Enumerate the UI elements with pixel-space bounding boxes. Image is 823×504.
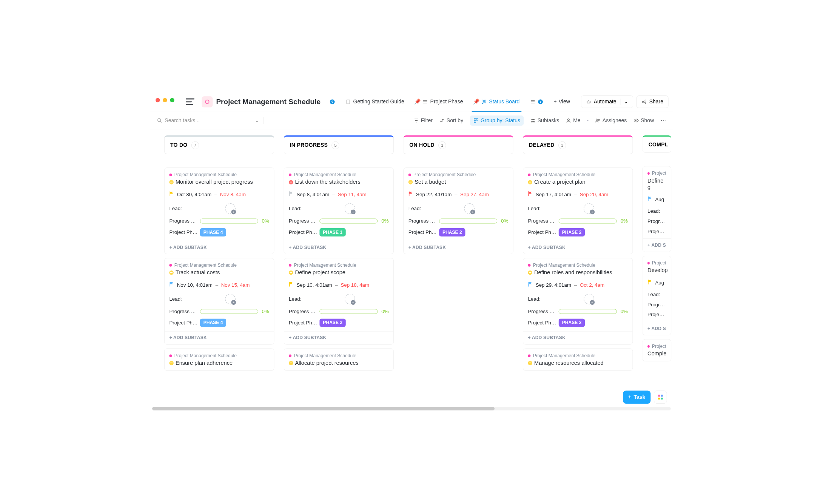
search-input[interactable]: Search tasks... ⌄ bbox=[157, 117, 259, 124]
task-card[interactable]: Project Management Schedule Allocate pro… bbox=[284, 349, 394, 371]
add-assignee-button[interactable] bbox=[345, 294, 355, 304]
progress-bar[interactable] bbox=[559, 219, 617, 224]
status-icon[interactable] bbox=[528, 270, 532, 275]
progress-bar[interactable] bbox=[200, 219, 258, 224]
add-view-button[interactable]: + View bbox=[552, 98, 572, 105]
chevron-down-icon[interactable]: ⌄ bbox=[255, 117, 259, 124]
breadcrumb: Project bbox=[647, 260, 666, 266]
lead-label: Lead: bbox=[289, 296, 301, 302]
add-subtask-button[interactable]: + ADD SUBTASK bbox=[523, 241, 633, 254]
task-card[interactable]: Project Develop AugLead: Progress Projec… bbox=[643, 256, 671, 335]
chevron-down-icon[interactable]: ⌄ bbox=[620, 99, 628, 105]
task-card[interactable]: Project Management Schedule Define proje… bbox=[284, 258, 394, 345]
more-button[interactable]: ⋯ bbox=[661, 117, 666, 124]
add-assignee-button[interactable] bbox=[584, 203, 594, 214]
new-task-button[interactable]: +Task bbox=[623, 391, 650, 404]
progress-bar[interactable] bbox=[559, 309, 617, 314]
assignees-button[interactable]: Assignees bbox=[595, 117, 627, 124]
subtasks-button[interactable]: Subtasks bbox=[530, 117, 559, 124]
status-icon[interactable] bbox=[528, 180, 532, 184]
kanban-board[interactable]: TO DO7 Project Management Schedule Monit… bbox=[150, 129, 673, 407]
robot-icon bbox=[586, 99, 591, 104]
breadcrumb: Project Management Schedule bbox=[528, 172, 628, 177]
date-range[interactable]: Sep 22, 4:01am–Sep 27, 4am bbox=[408, 191, 509, 197]
tab-getting-started[interactable]: Getting Started Guide bbox=[344, 92, 406, 112]
lead-label: Lead: bbox=[289, 206, 301, 211]
task-card[interactable]: Project Define g AugLead: Progress Proje… bbox=[643, 166, 671, 252]
status-icon[interactable] bbox=[289, 180, 293, 184]
date-range[interactable]: Aug bbox=[647, 196, 666, 203]
date-range[interactable]: Sep 10, 4:01am–Sep 18, 4am bbox=[289, 281, 389, 288]
phase-pill[interactable]: PHASE 4 bbox=[200, 319, 227, 327]
show-button[interactable]: Show bbox=[633, 117, 654, 124]
filter-button[interactable]: Filter bbox=[414, 117, 433, 124]
column-header[interactable]: ON HOLD1 bbox=[403, 135, 513, 154]
phase-pill[interactable]: PHASE 2 bbox=[319, 319, 346, 327]
add-assignee-button[interactable] bbox=[225, 294, 236, 304]
tab-next[interactable] bbox=[528, 92, 545, 112]
share-button[interactable]: Share bbox=[637, 95, 668, 108]
status-icon[interactable] bbox=[169, 270, 173, 275]
groupby-button[interactable]: Group by: Status bbox=[470, 115, 524, 126]
menu-icon[interactable] bbox=[186, 98, 194, 105]
sort-button[interactable]: Sort by bbox=[439, 117, 463, 124]
tab-project-phase[interactable]: 📌 Project Phase bbox=[413, 92, 465, 112]
add-subtask-button[interactable]: + ADD SUBTASK bbox=[165, 241, 274, 254]
column-header[interactable]: COMPL bbox=[643, 135, 671, 153]
add-subtask-button[interactable]: + ADD SUBTASK bbox=[523, 331, 633, 344]
add-subtask-button[interactable]: + ADD SUBTASK bbox=[284, 241, 393, 254]
status-icon[interactable] bbox=[528, 361, 532, 365]
status-icon[interactable] bbox=[289, 270, 293, 275]
add-subtask-button[interactable]: + ADD S bbox=[643, 322, 671, 335]
add-assignee-button[interactable] bbox=[584, 294, 594, 304]
add-subtask-button[interactable]: + ADD SUBTASK bbox=[404, 241, 513, 254]
status-icon[interactable] bbox=[408, 180, 413, 184]
phase-pill[interactable]: PHASE 2 bbox=[559, 319, 585, 327]
date-range[interactable]: Nov 10, 4:01am–Nov 15, 4am bbox=[169, 281, 269, 288]
back-button[interactable] bbox=[328, 92, 337, 112]
date-range[interactable]: Aug bbox=[647, 279, 666, 286]
add-subtask-button[interactable]: + ADD SUBTASK bbox=[284, 331, 393, 344]
date-range[interactable]: Sep 29, 4:01am–Oct 2, 4am bbox=[528, 281, 628, 288]
automate-button[interactable]: Automate ⌄ bbox=[581, 95, 633, 108]
add-subtask-button[interactable]: + ADD SUBTASK bbox=[165, 331, 274, 344]
date-range[interactable]: Sep 17, 4:01am–Sep 20, 4am bbox=[528, 191, 628, 197]
progress-bar[interactable] bbox=[319, 309, 378, 314]
task-card[interactable]: Project Management Schedule Track actual… bbox=[164, 258, 274, 345]
column-header[interactable]: TO DO7 bbox=[164, 135, 274, 154]
column-header[interactable]: DELAYED3 bbox=[523, 135, 633, 154]
add-assignee-button[interactable] bbox=[345, 203, 355, 214]
task-card[interactable]: Project Management Schedule Create a pro… bbox=[523, 167, 633, 254]
task-card[interactable]: Project Management Schedule Set a budget… bbox=[403, 167, 513, 254]
add-assignee-button[interactable] bbox=[225, 203, 236, 214]
progress-bar[interactable] bbox=[200, 309, 258, 314]
task-card[interactable]: Project Comple bbox=[643, 339, 671, 361]
apps-button[interactable] bbox=[654, 391, 667, 404]
scrollbar-thumb[interactable] bbox=[152, 407, 495, 410]
phase-pill[interactable]: PHASE 4 bbox=[200, 228, 227, 237]
task-card[interactable]: Project Management Schedule Define roles… bbox=[523, 258, 633, 345]
progress-bar[interactable] bbox=[439, 219, 497, 224]
progress-bar[interactable] bbox=[319, 219, 378, 224]
status-icon[interactable] bbox=[289, 361, 293, 365]
me-button[interactable]: Me bbox=[566, 117, 581, 124]
horizontal-scrollbar[interactable] bbox=[152, 407, 671, 410]
task-card[interactable]: Project Management Schedule Ensure plan … bbox=[164, 349, 274, 371]
phase-pill[interactable]: PHASE 1 bbox=[319, 228, 346, 237]
tab-status-board[interactable]: 📌 Status Board bbox=[472, 92, 522, 112]
phase-label: Project Pha... bbox=[169, 320, 197, 326]
phase-pill[interactable]: PHASE 2 bbox=[559, 228, 585, 237]
date-range[interactable]: Sep 8, 4:01am–Sep 11, 4am bbox=[289, 191, 389, 197]
status-icon[interactable] bbox=[169, 361, 173, 365]
date-range[interactable]: Oct 30, 4:01am–Nov 8, 4am bbox=[169, 191, 269, 197]
task-card[interactable]: Project Management Schedule Monitor over… bbox=[164, 167, 274, 254]
status-icon[interactable] bbox=[169, 180, 173, 184]
task-card[interactable]: Project Management Schedule List down th… bbox=[284, 167, 394, 254]
task-title: Monitor overall project progress bbox=[176, 179, 253, 185]
phase-pill[interactable]: PHASE 2 bbox=[439, 228, 465, 237]
add-subtask-button[interactable]: + ADD S bbox=[643, 238, 671, 252]
column-header[interactable]: IN PROGRESS5 bbox=[284, 135, 394, 154]
task-title: Allocate project resources bbox=[295, 360, 359, 366]
task-card[interactable]: Project Management Schedule Manage resou… bbox=[523, 349, 633, 371]
add-assignee-button[interactable] bbox=[464, 203, 475, 214]
